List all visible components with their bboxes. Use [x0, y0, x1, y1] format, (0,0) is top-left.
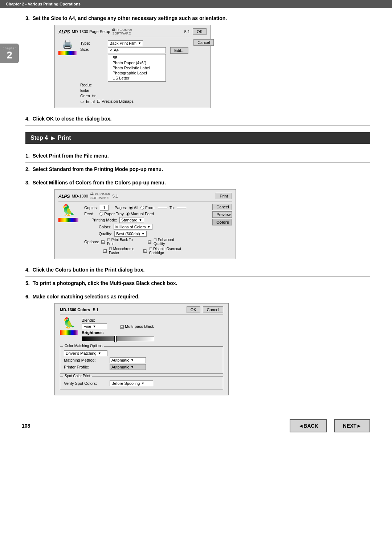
chapter-number: 2 — [7, 49, 12, 61]
palomar-logo: 🏔 PALOMARSOFTWARE — [112, 28, 132, 35]
print-cancel-button[interactable]: Cancel — [212, 204, 232, 210]
printer-icon: 🖨️ — [62, 39, 73, 49]
manual-feed-dot — [126, 212, 130, 216]
printing-mode-select[interactable]: Standard ▼ — [119, 217, 144, 223]
from-radio-dot — [140, 206, 144, 209]
disable-overcoat-checkbox[interactable]: ☐ — [143, 249, 147, 253]
matching-method-value: Automatic — [111, 358, 129, 362]
monochrome-checkbox[interactable]: ☐ — [103, 249, 107, 253]
rainbow-bar — [58, 51, 77, 55]
after-step5-text: To print a photograph, click the Multi-p… — [33, 280, 177, 286]
menu-b5[interactable]: B5 — [108, 55, 166, 60]
enlarge-label: Enlar — [80, 88, 90, 93]
from-radio[interactable]: From: — [140, 205, 156, 210]
colors-parrot-area: 🦜 — [60, 317, 78, 335]
printer-profile-select[interactable]: Automatic ▼ — [110, 364, 146, 370]
quality-select[interactable]: Best (600dpi) ▼ — [114, 231, 146, 237]
size-select[interactable]: ✓ A4 — [108, 47, 166, 53]
verify-arrow: ▼ — [141, 382, 144, 385]
print-step3-num: 3. — [25, 180, 30, 186]
menu-photographic[interactable]: Photographic Label — [108, 70, 166, 76]
edit-button[interactable]: Edit... — [170, 47, 188, 54]
verify-value: Before Spooling — [111, 381, 140, 386]
quality-value: Best (600dpi) — [116, 232, 140, 236]
after-step5-num: 5. — [25, 280, 30, 286]
paper-tray-label: Paper Tray — [104, 212, 124, 216]
enhanced-quality-label: ☐ Enhanced Quality — [154, 238, 186, 246]
landscape-icon: ▭ — [80, 99, 84, 104]
menu-photo-realistic[interactable]: Photo Realistic Label — [108, 65, 166, 70]
step4-arrow: ▶ — [51, 135, 55, 141]
colors-cancel-button[interactable]: Cancel — [203, 306, 223, 313]
blends-select[interactable]: Fine ▼ — [82, 323, 107, 329]
copies-label: Copies: — [84, 205, 98, 210]
colors-button[interactable]: Colors — [212, 219, 232, 225]
colors-select[interactable]: Millions of Colors ▼ — [114, 224, 152, 230]
alps-logo-print: ALPS — [58, 194, 70, 199]
disable-overcoat-label: ☐ Disable Overcoat Cartridge — [149, 247, 187, 255]
driver-matching-select[interactable]: Driver's Matching ▼ — [64, 350, 107, 356]
ok-button[interactable]: OK — [193, 28, 207, 35]
cancel-button[interactable]: Cancel — [193, 39, 214, 46]
slider-thumb — [114, 336, 117, 342]
page-number: 108 — [22, 423, 30, 429]
alps-logo: ALPS — [58, 29, 70, 34]
palomar-logo-print: 🏔 PALOMARSOFTWARE — [90, 192, 110, 200]
print-button[interactable]: Print — [216, 193, 232, 199]
colors-ok-button[interactable]: OK — [187, 306, 200, 313]
after-step4-num: 4. — [25, 267, 30, 273]
multipass-label: Multi-pass Black — [125, 324, 154, 329]
to-field[interactable] — [177, 207, 186, 208]
ontal-label: bntal — [86, 99, 95, 104]
printer-profile-value: Automatic — [111, 365, 129, 369]
print-step3: 3. Select Millions of Colors from the Co… — [25, 180, 370, 186]
manual-feed-radio[interactable]: Manual Feed — [126, 212, 154, 216]
step3-number: 3. — [25, 15, 30, 21]
from-field[interactable] — [158, 207, 167, 208]
print-step1-text: Select Print from the File menu. — [33, 153, 109, 159]
colors-value: Millions of Colors — [115, 225, 146, 229]
type-dropdown-arrow: ▼ — [138, 41, 141, 45]
type-select[interactable]: Back Print Film ▼ — [108, 40, 143, 46]
colors-label: Colors: — [99, 225, 111, 229]
chapter-header: Chapter 2 - Various Printing Operations — [0, 0, 392, 8]
verify-select[interactable]: Before Spooling ▼ — [110, 380, 153, 386]
print-step3-text: Select Millions of Colors from the Color… — [33, 180, 166, 186]
back-button[interactable]: ◄BACK — [290, 419, 327, 432]
menu-us-letter[interactable]: US Letter — [108, 76, 166, 81]
size-value: ✓ A4 — [110, 48, 119, 53]
preview-button[interactable]: Preview — [212, 211, 232, 218]
page-setup-title: MD-1300 Page Setup — [72, 29, 110, 34]
feed-label: Feed: — [84, 212, 94, 216]
all-radio[interactable]: All — [129, 205, 138, 210]
after-dialog-step6: 6. Make color matching selections as req… — [25, 294, 370, 300]
precision-label: ☐ Precision Bitmaps — [97, 99, 134, 104]
copies-field[interactable]: 1 — [100, 205, 109, 211]
enhanced-quality-checkbox[interactable]: ☐ — [148, 240, 151, 244]
step4-label: Step 4 — [30, 135, 48, 141]
colors-arrow: ▼ — [147, 225, 151, 229]
printing-mode-value: Standard — [121, 218, 138, 222]
quality-arrow: ▼ — [142, 232, 145, 236]
menu-photo-paper[interactable]: Photo Paper (4x6") — [108, 60, 166, 65]
verify-label: Verify Spot Colors: — [64, 381, 107, 386]
brightness-label: Brightness: — [82, 330, 104, 335]
colors-version: 5.1 — [93, 307, 98, 312]
next-button[interactable]: NEXT► — [334, 419, 370, 432]
matching-method-label: Matching Method: — [64, 358, 107, 362]
after-dialog-step4: 4. Click the Colors button in the Print … — [25, 267, 370, 273]
multipass-checkbox-area[interactable]: ☑ Multi-pass Black — [120, 324, 154, 329]
paper-tray-dot — [99, 212, 103, 216]
multipass-checkbox[interactable]: ☑ — [120, 325, 124, 329]
print-back-checkbox[interactable]: ☐ — [101, 240, 105, 244]
spot-color-group: Spot Color Print Verify Spot Colors: Bef… — [60, 376, 223, 390]
step3-text: Set the Size to A4, and change any other… — [33, 15, 227, 21]
paper-tray-radio[interactable]: Paper Tray — [99, 212, 124, 216]
step3-intro: 3. Set the Size to A4, and change any ot… — [25, 15, 370, 21]
matching-method-select[interactable]: Automatic ▼ — [110, 357, 146, 363]
printer-image-area: 🖨️ — [58, 39, 77, 55]
quality-label: Quality: — [99, 232, 112, 236]
brightness-slider[interactable] — [82, 336, 154, 341]
pages-label: Pages: — [114, 205, 127, 210]
print-step2-text: Select Standard from the Printing Mode p… — [33, 166, 163, 172]
